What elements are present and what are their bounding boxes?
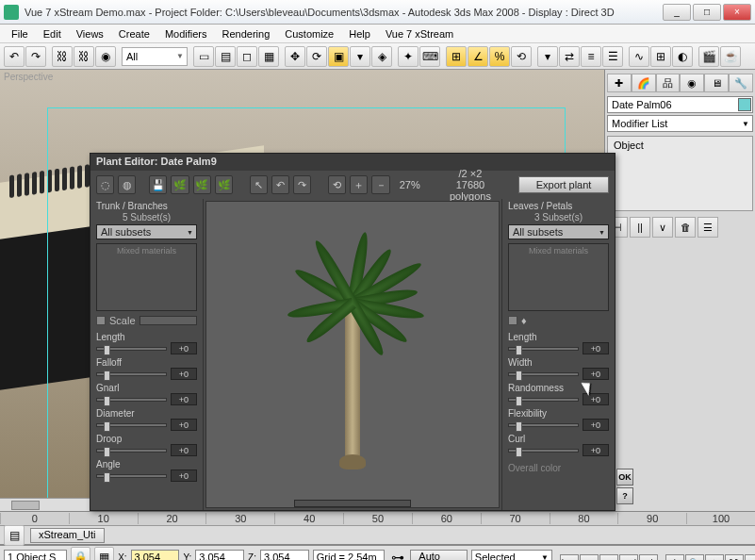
preset1-icon[interactable]: 🌿 [171,175,189,194]
spinner-snap-icon[interactable]: ⟲ [511,46,532,67]
center-icon[interactable]: ◈ [371,46,392,67]
menu-views[interactable]: Views [69,26,111,41]
scale-icon[interactable]: ▣ [328,46,349,67]
x-field[interactable]: 3.054 [131,550,180,560]
trunk-slider-0[interactable] [96,347,167,351]
select-name-icon[interactable]: ▤ [215,46,236,67]
autokey-button[interactable]: Auto Key [410,550,468,560]
export-plant-button[interactable]: Export plant [518,176,609,193]
object-color-swatch[interactable] [738,98,751,111]
rotate-icon[interactable]: ⟳ [306,46,327,67]
menu-vue[interactable]: Vue 7 xStream [378,26,461,41]
goto-end-button[interactable]: ▶| [639,554,658,561]
preset3-icon[interactable]: 🌿 [215,175,233,194]
move-icon[interactable]: ✥ [285,46,305,67]
menu-modifiers[interactable]: Modifiers [157,26,215,41]
trunk-slider-4[interactable] [96,449,167,453]
trunk-material-preview[interactable]: Mixed materials [96,243,197,311]
tab-motion-icon[interactable]: ◉ [680,74,704,92]
lock-icon[interactable]: 🔒 [71,547,90,560]
menu-rendering[interactable]: Rendering [215,26,278,41]
leaves-toggle-icon[interactable] [508,316,517,325]
nav-pan-icon[interactable]: ✥ [665,554,684,561]
percent-snap-icon[interactable]: % [489,46,510,67]
preview-detail-slider[interactable] [294,500,411,507]
trunk-slider-1[interactable] [96,372,167,376]
render-scene-icon[interactable]: 🎬 [698,46,719,67]
modifier-list-combo[interactable]: Modifier List [607,115,753,132]
undo-icon[interactable]: ↶ [4,46,25,67]
named-sel-icon[interactable]: ▾ [537,46,558,67]
trunk-value-0[interactable]: +0 [171,342,197,354]
unlink-icon[interactable]: ⛓ [74,46,94,67]
pick-icon[interactable]: ↖ [250,175,268,194]
configure-icon[interactable]: ☰ [698,217,718,238]
leaves-slider-4[interactable] [508,449,579,453]
zoom-out-icon[interactable]: － [371,175,389,194]
layers-icon[interactable]: ☰ [602,46,623,67]
leaves-drop-icon[interactable]: ♦ [521,315,527,326]
xstream-util-button[interactable]: xStream_Uti [30,528,105,543]
select-icon[interactable]: ▭ [193,46,214,67]
angle-snap-icon[interactable]: ∠ [468,46,488,67]
play-button[interactable]: ▶ [599,554,618,561]
nav-fov-icon[interactable]: ⌖ [705,554,724,561]
save-plant-icon[interactable]: 💾 [149,175,167,194]
redo-icon[interactable]: ↷ [25,46,46,67]
leaves-slider-2[interactable] [508,398,579,402]
z-field[interactable]: 3.054 [260,550,309,560]
leaves-slider-3[interactable] [508,423,579,427]
tab-hierarchy-icon[interactable]: 品 [656,74,681,92]
bind-icon[interactable]: ◉ [95,46,116,67]
timeline-ruler[interactable]: 0 10 20 30 40 50 60 70 80 90 100 [0,511,755,526]
make-unique-icon[interactable]: ∨ [652,217,673,238]
trunk-value-1[interactable]: +0 [171,368,197,380]
undo2-icon[interactable]: ↶ [271,175,289,194]
new-plant-icon[interactable]: ◌ [96,175,114,194]
render-icon[interactable]: ☕ [720,46,741,67]
trunk-value-5[interactable]: +0 [171,469,197,482]
rotate-view-icon[interactable]: ⟲ [328,175,346,194]
link-icon[interactable]: ⛓ [52,46,73,67]
goto-start-button[interactable]: |◀◀ [560,554,579,561]
mirror-icon[interactable]: ⇄ [559,46,580,67]
leaves-value-3[interactable]: +0 [583,419,609,431]
trunk-slider-2[interactable] [96,398,167,402]
tab-modify-icon[interactable]: 🌈 [632,74,656,92]
trunk-value-2[interactable]: +0 [171,393,197,405]
nav-zoomext-icon[interactable]: ⛶ [725,554,744,561]
align-icon[interactable]: ≡ [581,46,601,67]
object-name-field[interactable]: Date Palm06 [607,96,753,113]
window-cross-icon[interactable]: ▦ [258,46,279,67]
trunk-value-4[interactable]: +0 [171,444,197,456]
menu-help[interactable]: Help [341,26,378,41]
leaves-material-preview[interactable]: Mixed materials [508,243,609,311]
menu-edit[interactable]: Edit [36,26,69,41]
leaves-value-4[interactable]: +0 [583,444,609,456]
keymode-icon[interactable]: ⌨ [419,46,440,67]
stack-item-object[interactable]: Object [608,137,752,154]
schematic-icon[interactable]: ⊞ [650,46,671,67]
redo2-icon[interactable]: ↷ [293,175,311,194]
tab-utilities-icon[interactable]: 🔧 [729,74,753,92]
nav-zoom-icon[interactable]: 🔍 [685,554,704,561]
leaves-slider-1[interactable] [508,372,579,376]
track-expand-icon[interactable]: ▤ [4,525,25,546]
y-field[interactable]: 3.054 [195,550,244,560]
zoom-in-icon[interactable]: ＋ [350,175,368,194]
leaves-slider-0[interactable] [508,347,579,351]
menu-create[interactable]: Create [111,26,157,41]
leaves-subset-combo[interactable]: All subsets [508,224,609,239]
abs-icon[interactable]: ▦ [94,547,114,560]
close-button[interactable]: × [723,4,751,21]
material-icon[interactable]: ◐ [672,46,693,67]
refsys-icon[interactable]: ▾ [350,46,370,67]
select-rect-icon[interactable]: ◻ [237,46,257,67]
next-frame-button[interactable]: ▶▶| [619,554,638,561]
plant-preview[interactable] [205,201,500,508]
snap-icon[interactable]: ⊞ [446,46,467,67]
menu-customize[interactable]: Customize [277,26,341,41]
manip-icon[interactable]: ✦ [398,46,419,67]
nav-orbit-icon[interactable]: ⊚ [745,554,755,561]
trunk-subset-combo[interactable]: All subsets [96,224,197,239]
